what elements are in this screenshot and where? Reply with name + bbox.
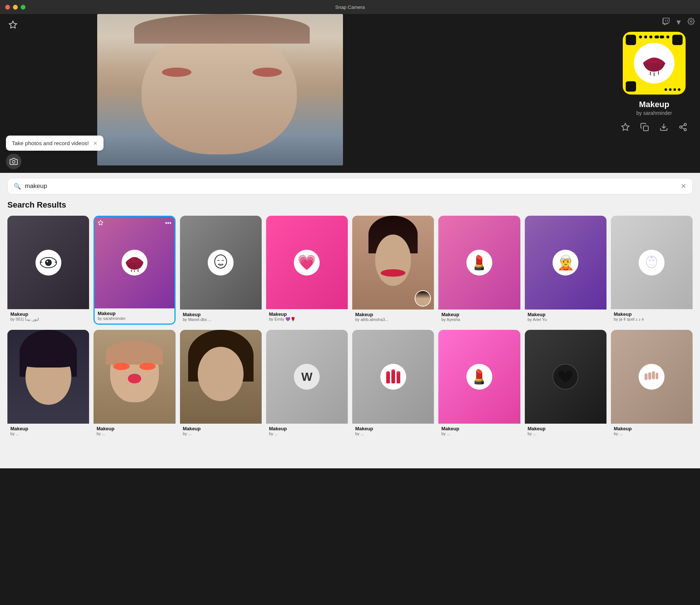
svg-point-26	[386, 371, 390, 373]
lens-info: Makeup by sarahminder	[95, 308, 174, 324]
snap-actions	[621, 123, 687, 131]
svg-marker-17	[98, 220, 103, 225]
lens-thumbnail	[352, 216, 434, 310]
lens-card[interactable]: Makeup by ja ¢ quel ɹ ɹ e	[611, 216, 693, 325]
svg-rect-24	[391, 370, 395, 383]
lens-info: Makeup by athb.almsha3...	[352, 310, 434, 325]
lens-thumbnail	[7, 216, 89, 309]
svg-point-18	[215, 255, 227, 268]
lens-name: Makeup	[10, 311, 86, 317]
lens-info: Makeup by ...	[180, 424, 262, 439]
svg-point-28	[397, 371, 400, 373]
lens-info: Makeup by ...	[525, 424, 606, 439]
results-container: Search Results	[0, 194, 700, 450]
card-star-icon[interactable]	[98, 220, 103, 227]
lens-author: by Emily 💜🌹	[269, 317, 345, 322]
snap-copy-button[interactable]	[640, 123, 649, 131]
svg-point-8	[684, 129, 686, 131]
window-controls	[5, 5, 26, 10]
svg-point-7	[680, 126, 682, 128]
lens-card[interactable]: Makeup by لنور, پیدا |001	[7, 216, 89, 325]
app-title: Snap Camera	[335, 4, 365, 10]
lens-card[interactable]: Makeup by ...	[7, 330, 89, 439]
svg-point-6	[684, 123, 686, 126]
lens-card[interactable]: Makeup by Manel.dbs ...	[180, 216, 262, 325]
lens-author: by ...	[528, 431, 604, 436]
lens-thumbnail: 🧝	[525, 216, 606, 310]
snap-share-button[interactable]	[679, 123, 687, 131]
lens-author: by Ayesha	[441, 317, 517, 322]
lens-author: by ...	[355, 431, 431, 436]
lens-author: by Manel.dbs ...	[183, 317, 259, 322]
lens-name: Makeup	[269, 311, 345, 317]
search-area: 🔍 ✕	[0, 173, 700, 194]
lens-thumbnail: 💄	[438, 330, 520, 424]
lens-info: Makeup by لنور, پیدا |001	[7, 309, 89, 325]
snap-star-button[interactable]	[621, 123, 630, 131]
card-more-icon[interactable]: •••	[165, 220, 171, 226]
svg-point-1	[12, 160, 15, 163]
search-clear-button[interactable]: ✕	[681, 182, 686, 190]
lens-card[interactable]: 💄 Makeup by ...	[438, 330, 520, 439]
snap-lens-name: Makeup	[639, 100, 669, 109]
lens-info: Makeup by ...	[94, 424, 175, 439]
lens-thumbnail: 💗	[266, 216, 348, 309]
lens-card[interactable]: Makeup by ...	[611, 330, 693, 439]
lens-card[interactable]: 💗 Makeup by Emily 💜🌹	[266, 216, 348, 325]
camera-feed	[97, 14, 343, 165]
lens-name: Makeup	[10, 426, 86, 431]
lens-name: Makeup	[614, 426, 690, 431]
lens-info: Makeup by ...	[611, 424, 693, 439]
svg-rect-25	[397, 372, 400, 383]
svg-line-10	[682, 125, 684, 127]
lens-name: Makeup	[614, 311, 690, 317]
lens-author: by athb.almsha3...	[355, 317, 431, 322]
title-bar: Snap Camera	[0, 0, 700, 14]
lens-card[interactable]: W Makeup by ...	[266, 330, 348, 439]
lens-info: Makeup by ...	[7, 424, 89, 439]
lens-card-selected[interactable]: ••• Makeup by sarahminde	[94, 216, 175, 325]
lens-info: Makeup by Emily 💜🌹	[266, 309, 348, 325]
search-bar: 🔍 ✕	[7, 178, 693, 194]
lens-card[interactable]: Makeup by ...	[94, 330, 175, 439]
capture-button[interactable]	[6, 154, 21, 169]
lens-grid-row2: Makeup by ... Makeup	[7, 330, 693, 439]
snapcode	[623, 32, 686, 95]
close-button[interactable]	[5, 5, 10, 10]
svg-point-14	[47, 261, 48, 262]
favorite-icon[interactable]	[6, 18, 20, 32]
lens-name: Makeup	[183, 426, 259, 431]
lens-name: Makeup	[528, 426, 604, 431]
twitch-icon[interactable]	[662, 18, 670, 27]
minimize-button[interactable]	[13, 5, 18, 10]
lens-name: Makeup	[441, 426, 517, 431]
lens-name: Makeup	[441, 312, 517, 317]
maximize-button[interactable]	[21, 5, 26, 10]
lens-info: Makeup by ...	[352, 424, 434, 439]
lens-info: Makeup by ja ¢ quel ɹ ɹ e	[611, 309, 693, 325]
lens-thumbnail: •••	[95, 217, 174, 308]
lens-card[interactable]: 💄 Makeup by Ayesha	[438, 216, 520, 325]
tooltip-close-icon[interactable]: ✕	[93, 140, 98, 146]
lens-author: by ...	[183, 431, 259, 436]
lens-name: Makeup	[269, 426, 345, 431]
lens-thumbnail	[180, 330, 262, 424]
lens-thumbnail	[525, 330, 606, 424]
search-input[interactable]	[25, 182, 677, 190]
lens-author: by ...	[269, 431, 345, 436]
snapcode-lens-icon	[634, 43, 674, 83]
lens-card[interactable]: Makeup by athb.almsha3...	[352, 216, 434, 325]
lens-author: by ...	[10, 431, 86, 436]
snap-download-button[interactable]	[659, 123, 668, 131]
tooltip: Take photos and record videos! ✕	[6, 136, 103, 151]
lens-card[interactable]: Makeup by ...	[180, 330, 262, 439]
lens-card[interactable]: Makeup by ...	[525, 330, 606, 439]
lens-card[interactable]: Makeup by ...	[352, 330, 434, 439]
settings-icon[interactable]	[687, 18, 695, 27]
down-arrow-icon[interactable]: ▼	[675, 18, 682, 27]
lens-thumbnail: 💄	[438, 216, 520, 310]
lens-name: Makeup	[355, 426, 431, 431]
svg-rect-32	[656, 373, 658, 379]
lens-card[interactable]: 🧝 Makeup by Ariel Yu	[525, 216, 606, 325]
lens-thumbnail	[611, 216, 693, 309]
